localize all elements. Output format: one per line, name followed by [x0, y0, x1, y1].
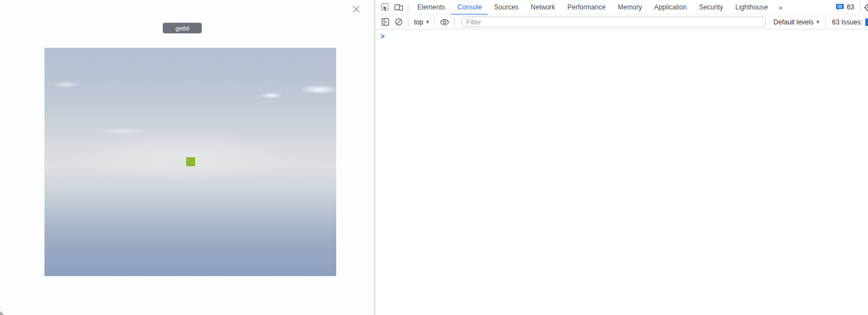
- settings-gear-icon[interactable]: [864, 3, 868, 12]
- sky-viewport[interactable]: [44, 48, 336, 276]
- tab-sources[interactable]: Sources: [488, 0, 525, 15]
- tab-performance[interactable]: Performance: [561, 0, 612, 15]
- filter-input[interactable]: [461, 17, 766, 27]
- chevron-down-icon: ▼: [816, 20, 819, 24]
- close-icon[interactable]: ✕: [350, 3, 362, 16]
- log-levels-value: Default levels: [774, 18, 814, 26]
- tabbar-separator: [860, 3, 861, 12]
- toolbar-separator: [825, 18, 826, 27]
- inspect-element-icon[interactable]: [378, 1, 392, 14]
- green-cube[interactable]: [186, 157, 195, 166]
- tab-network[interactable]: Network: [525, 0, 561, 15]
- context-selector-value: top: [414, 18, 423, 26]
- tabbar-right-controls: 63: [832, 3, 868, 12]
- page-panel: ✕ getId: [0, 0, 375, 315]
- tabbar-separator: [408, 3, 408, 12]
- devtools-tabbar: Elements Console Sources Network Perform…: [375, 0, 868, 15]
- live-expression-eye-icon[interactable]: [438, 16, 451, 29]
- console-toolbar: top ▼ Default levels ▼ 63 Issues:: [375, 15, 868, 29]
- tab-memory[interactable]: Memory: [612, 0, 648, 15]
- context-selector[interactable]: top ▼: [411, 18, 432, 26]
- messages-count: 63: [847, 3, 854, 11]
- get-id-button[interactable]: getId: [163, 23, 202, 33]
- toolbar-separator: [454, 18, 455, 27]
- console-sidebar-toggle-icon[interactable]: [378, 16, 392, 29]
- console-output-area[interactable]: >: [375, 29, 868, 315]
- console-messages-badge[interactable]: 63: [832, 3, 857, 11]
- tab-elements[interactable]: Elements: [411, 0, 451, 15]
- message-bubble-icon: [836, 3, 844, 11]
- clear-console-icon[interactable]: [392, 16, 405, 29]
- log-levels-selector[interactable]: Default levels ▼: [770, 18, 822, 26]
- toolbar-separator: [408, 18, 408, 27]
- console-prompt-line[interactable]: >: [375, 29, 868, 43]
- tab-lighthouse[interactable]: Lighthouse: [729, 0, 774, 15]
- console-prompt-icon: >: [381, 32, 385, 41]
- tab-application[interactable]: Application: [648, 0, 693, 15]
- corner-resize-mark: [0, 311, 4, 315]
- toolbar-separator: [435, 18, 435, 27]
- issues-icon: [865, 18, 868, 26]
- issues-label: 63 Issues:: [832, 18, 862, 26]
- chevron-down-icon: ▼: [426, 20, 429, 24]
- tab-security[interactable]: Security: [693, 0, 729, 15]
- issues-counter[interactable]: 63 Issues:: [829, 18, 868, 26]
- devtools-panel: Elements Console Sources Network Perform…: [375, 0, 868, 315]
- more-tabs-icon[interactable]: »: [774, 3, 786, 12]
- tab-console[interactable]: Console: [451, 0, 488, 15]
- device-toolbar-icon[interactable]: [392, 1, 405, 14]
